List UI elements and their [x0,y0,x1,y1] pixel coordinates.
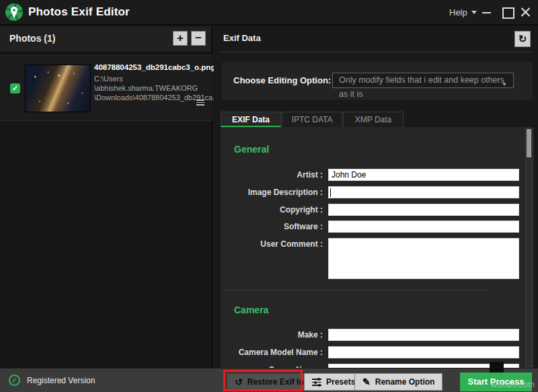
user-comment-label: User Comment : [221,239,323,249]
make-input[interactable] [328,329,519,341]
close-button[interactable] [519,6,533,18]
section-title-camera: Camera [234,305,268,315]
text-cursor [330,188,331,197]
camera-model-name-label: Camera Model Name : [221,348,323,357]
editing-option-select[interactable]: Only modify fields that i edit and keep … [332,73,514,88]
watermark: wsxdn.com [491,380,535,389]
registered-check-icon: ✓ [9,375,20,386]
photo-path-line2: \abhishek.sharma.TWEAKORG [94,83,208,93]
section-title-general: General [234,144,269,155]
dark-corner-artifact [490,362,504,373]
photos-count-title: Photos (1) [9,33,55,44]
maximize-button[interactable] [500,6,514,18]
dropdown-arrow-icon: ▼ [502,77,507,91]
remove-photo-button[interactable]: − [191,31,206,46]
software-label: Software : [221,222,323,231]
camera-model-name-input[interactable] [328,346,519,358]
tab-exif-data[interactable]: EXIF Data [221,112,281,127]
rename-option-button[interactable]: ✎ Rename Option [354,373,443,391]
photo-list-item[interactable]: ✓ 40878804253_db291cabc3_o.png C:\Users … [0,55,213,121]
photo-thumbnail[interactable] [25,65,91,112]
registered-version-label: Registered Version [27,376,95,385]
artist-label: Artist : [221,170,323,180]
item-menu-icon[interactable] [196,100,204,106]
photos-panel: Photos (1) + − ✓ 40878804253_db291cabc3_… [0,27,213,368]
photos-panel-header: Photos (1) + − [0,27,211,51]
photo-path-line3: \Downloads\40878804253_db291ca... [94,93,208,102]
app-window: Photos Exif Editor Help Photos (1) + − ✓… [0,0,538,392]
photo-path-line1: C:\Users [94,74,208,83]
exif-panel: Exif Data ↻ Choose Editing Option: Only … [214,27,538,368]
user-comment-textarea[interactable] [328,238,519,279]
chevron-down-icon [471,11,477,14]
software-input[interactable] [328,221,519,233]
photo-file-info: 40878804253_db291cabc3_o.png C:\Users \a… [94,63,208,102]
exif-panel-title: Exif Data [223,33,261,43]
scrollbar-thumb[interactable] [527,129,531,157]
restore-icon: ↺ [235,377,243,387]
tab-xmp-data[interactable]: XMP Data [343,112,404,127]
app-title: Photos Exif Editor [28,5,130,19]
photo-filename: 40878804253_db291cabc3_o.png [94,63,208,71]
add-photo-button[interactable]: + [173,31,188,46]
copyright-input[interactable] [328,204,519,216]
photo-checkbox[interactable]: ✓ [10,83,20,93]
footer-bar: ✓ Registered Version ↺ Restore Exif Info… [0,368,538,392]
refresh-button[interactable]: ↻ [514,31,531,47]
pencil-icon: ✎ [362,377,371,387]
title-bar: Photos Exif Editor Help [0,0,538,26]
artist-input[interactable] [328,169,519,181]
section-divider [225,290,488,290]
editing-option-box: Choose Editing Option: Only modify field… [222,62,533,100]
image-description-label: Image Description : [221,188,323,197]
help-menu[interactable]: Help [449,7,477,17]
exif-form-content: General Artist : Image Description : Cop… [221,127,534,368]
editing-option-label: Choose Editing Option: [233,75,331,85]
tab-bar: EXIF Data IPTC DATA XMP Data [221,112,404,127]
copyright-label: Copyright : [221,205,323,214]
scrollbar[interactable] [525,128,533,367]
header-divider [219,52,534,52]
app-logo-icon [5,3,23,21]
make-label: Make : [221,330,323,340]
tab-iptc-data[interactable]: IPTC DATA [282,112,342,127]
image-description-input[interactable] [328,186,519,198]
sliders-icon [312,378,321,386]
minimize-button[interactable] [480,6,494,18]
